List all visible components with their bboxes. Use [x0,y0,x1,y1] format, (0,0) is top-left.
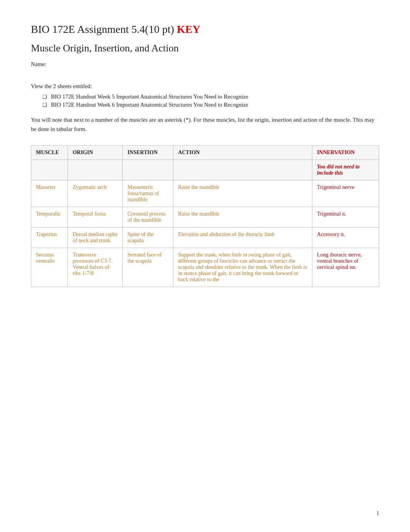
muscle-cell: Serratus ventralis [31,248,68,287]
muscle-cell: Masseter [31,180,68,207]
action-cell: Raise the mandible [173,207,312,228]
table-row: Serratus ventralisTransverse processes o… [31,248,379,287]
origin-cell: Zygomatic arch [68,180,123,207]
origin-cell: Transverse processes of C3-7. Ventral ha… [68,248,123,287]
insertion-cell: Coronoid process of the mandible [123,207,173,228]
page-number: 1 [376,510,379,517]
header-blank-origin [68,160,123,180]
action-cell: Support the trunk, when limb in swing ph… [173,248,312,287]
muscle-cell: Trapezius [31,228,68,248]
origin-cell: Temporal fossa [68,207,123,228]
subtitle: Muscle Origin, Insertion, and Action [31,42,379,54]
header-blank-action [173,160,312,180]
col-header-origin: ORIGIN [68,146,123,160]
col-header-muscle: MUSCLE [31,146,68,160]
title-key: KEY [177,23,200,35]
header-blank-insertion [123,160,173,180]
innervation-cell: Accessory n. [312,228,379,248]
insertion-cell: Massenteric fossa/ramus of mandible [123,180,173,207]
view-label: View the 2 sheets entitled: [31,83,379,90]
table-row: MasseterZygomatic archMassenteric fossa/… [31,180,379,207]
innervation-cell: Trigeminal n. [312,207,379,228]
col-header-innervation: INNERVATION [312,146,379,160]
instructions: You will note that next to a number of t… [31,115,379,134]
origin-cell: Dorsal median raphe of neck and trunk [68,228,123,248]
bullet-list: BIO 172E Handout Week 5 Important Anatom… [42,93,379,108]
header-blank-muscle [31,160,68,180]
title-main: BIO 172E Assignment 5.4(10 pt) [31,23,174,35]
innervation-cell: Long thoracic nerve, ventral branches of… [312,248,379,287]
action-cell: Raise the mandible [173,180,312,207]
bullet-item-2: BIO 172E Handout Week 6 Important Anatom… [42,102,379,108]
muscle-table: MUSCLE ORIGIN INSERTION ACTION INNERVATI… [31,145,379,287]
page-title: BIO 172E Assignment 5.4(10 pt) KEY [31,23,379,36]
innervation-cell: Trigeminal nerve [312,180,379,207]
insertion-cell: Serrated face of the scapula [123,248,173,287]
innervation-note: You did not need to include this [312,160,379,180]
col-header-insertion: INSERTION [123,146,173,160]
col-header-action: ACTION [173,146,312,160]
bullet-item-1: BIO 172E Handout Week 5 Important Anatom… [42,93,379,100]
action-cell: Elevation and abduction of the thoracic … [173,228,312,248]
table-row: TrapeziusDorsal median raphe of neck and… [31,228,379,248]
name-label: Name: [31,61,379,68]
table-row: TemporalisTemporal fossaCoronoid process… [31,207,379,228]
muscle-cell: Temporalis [31,207,68,228]
insertion-cell: Spine of the scapula [123,228,173,248]
